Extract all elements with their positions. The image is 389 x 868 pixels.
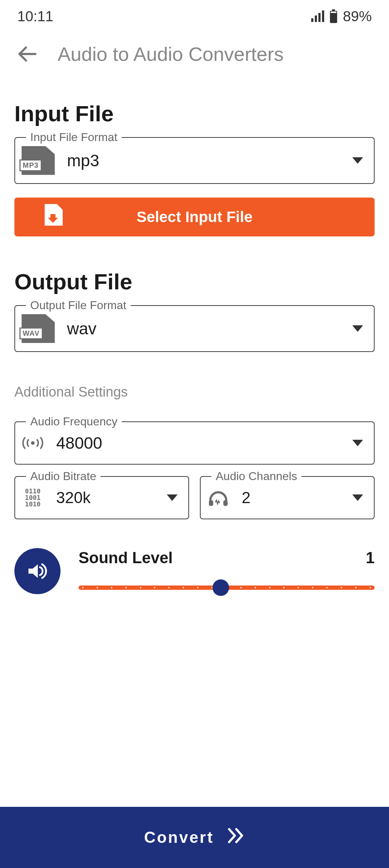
file-download-icon xyxy=(43,203,64,231)
svg-rect-1 xyxy=(315,15,317,22)
input-format-value: mp3 xyxy=(67,151,341,170)
audio-channels-legend: Audio Channels xyxy=(211,470,301,483)
svg-rect-8 xyxy=(209,500,213,506)
wav-file-icon: WAV xyxy=(20,314,56,343)
audio-bitrate-value: 320k xyxy=(56,489,156,507)
input-section-title: Input File xyxy=(14,101,375,126)
audio-frequency-select[interactable]: Audio Frequency 48000 xyxy=(14,421,375,465)
output-format-value: wav xyxy=(67,319,341,338)
audio-channels-select[interactable]: Audio Channels 2 xyxy=(200,476,375,519)
content-area: Input File Input File Format MP3 mp3 Sel… xyxy=(0,76,389,807)
output-format-legend: Output File Format xyxy=(26,299,131,312)
sound-level-row: Sound Level 1 xyxy=(14,548,375,595)
chevron-down-icon xyxy=(352,325,363,332)
additional-settings-label: Additional Settings xyxy=(14,384,375,400)
convert-button[interactable]: Convert xyxy=(0,807,389,868)
audio-bitrate-select[interactable]: Audio Bitrate 0110 1001 1010 320k xyxy=(14,476,189,519)
output-format-select[interactable]: Output File Format WAV wav xyxy=(14,305,375,352)
svg-rect-6 xyxy=(331,12,336,13)
audio-frequency-value: 48000 xyxy=(56,433,341,453)
audio-bitrate-legend: Audio Bitrate xyxy=(26,470,100,483)
audio-frequency-legend: Audio Frequency xyxy=(26,415,122,428)
svg-rect-9 xyxy=(223,500,228,506)
signal-icon xyxy=(311,10,324,22)
chevron-down-icon xyxy=(352,440,363,446)
audio-channels-value: 2 xyxy=(242,489,341,507)
status-time: 10:11 xyxy=(17,8,53,24)
select-input-file-button[interactable]: Select Input File xyxy=(14,198,375,236)
headphones-icon xyxy=(206,487,231,508)
input-format-legend: Input File Format xyxy=(26,131,122,144)
chevron-down-icon xyxy=(167,494,178,501)
app-header: Audio to Audio Converters xyxy=(0,32,389,76)
sound-level-slider[interactable] xyxy=(79,580,375,595)
sound-level-value: 1 xyxy=(366,549,375,567)
input-format-select[interactable]: Input File Format MP3 mp3 xyxy=(14,137,375,184)
output-section-title: Output File xyxy=(14,269,375,294)
sound-level-label: Sound Level xyxy=(79,549,173,567)
arrow-left-icon xyxy=(17,44,37,64)
status-bar: 10:11 89% xyxy=(0,0,389,32)
svg-rect-0 xyxy=(311,18,313,22)
slider-thumb[interactable] xyxy=(213,579,229,596)
page-title: Audio to Audio Converters xyxy=(58,43,283,65)
double-chevron-right-icon xyxy=(227,828,245,847)
svg-point-7 xyxy=(31,441,35,445)
battery-percentage: 89% xyxy=(343,8,372,24)
select-input-file-label: Select Input File xyxy=(137,208,252,226)
battery-icon xyxy=(329,9,338,23)
speaker-icon xyxy=(14,548,61,594)
svg-rect-2 xyxy=(318,13,321,22)
radio-signal-icon xyxy=(20,432,45,454)
svg-rect-4 xyxy=(332,9,335,11)
chevron-down-icon xyxy=(352,157,363,164)
status-indicators: 89% xyxy=(311,8,372,24)
mp3-file-icon: MP3 xyxy=(20,146,56,175)
svg-rect-3 xyxy=(322,10,324,22)
binary-icon: 0110 1001 1010 xyxy=(20,487,45,508)
chevron-down-icon xyxy=(352,494,363,501)
back-button[interactable] xyxy=(14,41,40,67)
convert-label: Convert xyxy=(144,828,214,846)
